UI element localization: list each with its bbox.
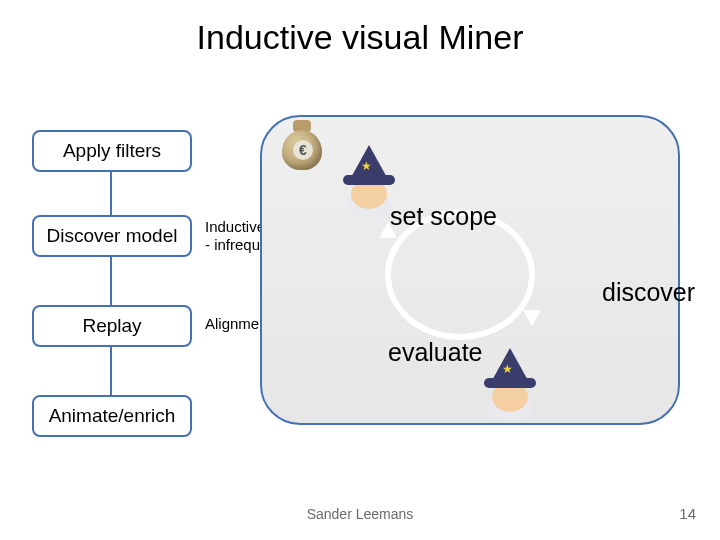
connector — [110, 257, 112, 305]
stage-label: Discover model — [47, 225, 178, 247]
slide: Inductive visual Miner Apply filters Dis… — [0, 0, 720, 540]
stage-label: Replay — [82, 315, 141, 337]
arrowhead-down-icon — [523, 310, 541, 326]
stage-label: Animate/enrich — [49, 405, 176, 427]
stage-apply-filters: Apply filters — [32, 130, 192, 172]
connector — [110, 347, 112, 395]
wizard-icon: ★ — [478, 348, 540, 420]
footer-author: Sander Leemans — [0, 506, 720, 522]
stage-label: Apply filters — [63, 140, 161, 162]
stage-replay: Replay — [32, 305, 192, 347]
cycle-label-set-scope: set scope — [390, 202, 497, 231]
slide-number: 14 — [679, 505, 696, 522]
connector — [110, 172, 112, 215]
slide-title: Inductive visual Miner — [0, 18, 720, 57]
wizard-icon: ★ — [337, 145, 399, 217]
stage-animate-enrich: Animate/enrich — [32, 395, 192, 437]
money-bag-icon: € — [277, 112, 327, 172]
stage-discover-model: Discover model — [32, 215, 192, 257]
cycle-label-discover: discover — [602, 278, 695, 307]
euro-symbol: € — [293, 140, 313, 160]
cycle-label-evaluate: evaluate — [388, 338, 483, 367]
